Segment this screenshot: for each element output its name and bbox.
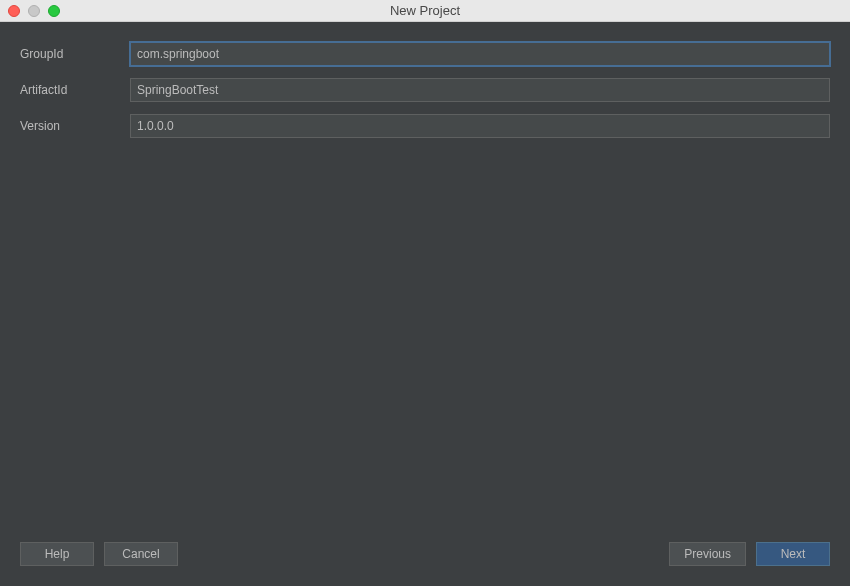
dialog-content: GroupId ArtifactId Version Help Cancel P…	[0, 22, 850, 586]
cancel-button[interactable]: Cancel	[104, 542, 178, 566]
groupid-label: GroupId	[20, 47, 130, 61]
previous-button[interactable]: Previous	[669, 542, 746, 566]
minimize-icon[interactable]	[28, 5, 40, 17]
artifactid-label: ArtifactId	[20, 83, 130, 97]
next-button[interactable]: Next	[756, 542, 830, 566]
spacer	[20, 150, 830, 532]
version-label: Version	[20, 119, 130, 133]
artifactid-input[interactable]	[130, 78, 830, 102]
groupid-input[interactable]	[130, 42, 830, 66]
close-icon[interactable]	[8, 5, 20, 17]
version-input[interactable]	[130, 114, 830, 138]
version-row: Version	[20, 114, 830, 138]
window-controls	[0, 5, 60, 17]
maximize-icon[interactable]	[48, 5, 60, 17]
window-title: New Project	[0, 3, 850, 18]
titlebar: New Project	[0, 0, 850, 22]
help-button[interactable]: Help	[20, 542, 94, 566]
button-bar: Help Cancel Previous Next	[20, 532, 830, 566]
groupid-row: GroupId	[20, 42, 830, 66]
artifactid-row: ArtifactId	[20, 78, 830, 102]
